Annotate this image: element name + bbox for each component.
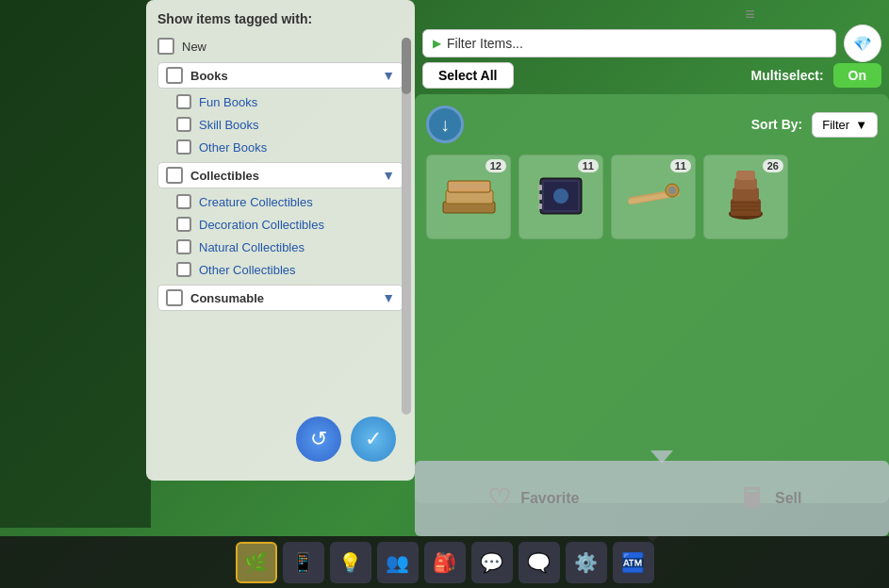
taskbar-leaf-button[interactable]: 🌿 [236,542,277,583]
books-label: Books [190,69,382,83]
sort-bar: ↓ Sort By: Filter ▼ [426,106,878,143]
leaf-icon: 🌿 [244,551,268,574]
svg-rect-21 [736,171,755,180]
item-3-image [620,172,686,223]
taskbar-settings-button[interactable]: ⚙️ [566,542,607,583]
play-icon: ▶ [433,37,441,50]
skill-books-label: Skill Books [199,118,259,132]
people-icon: 👥 [386,551,409,574]
decoration-collectibles-checkbox[interactable] [176,217,191,232]
svg-rect-12 [538,204,542,209]
content-area: ↓ Sort By: Filter ▼ 12 11 [415,94,889,503]
other-books-row[interactable]: Other Books [176,139,403,155]
new-row[interactable]: New [157,38,403,55]
phone-icon: 📱 [291,551,315,574]
item-1[interactable]: 12 [426,155,511,239]
filter-panel-title: Show items tagged with: [157,11,403,26]
collectibles-checkbox[interactable] [166,167,183,184]
skill-books-checkbox[interactable] [176,117,191,132]
svg-point-9 [553,188,568,204]
item-3-badge: 11 [670,159,691,172]
collectibles-label: Collectibles [190,169,382,183]
decoration-collectibles-row[interactable]: Decoration Collectibles [176,217,403,232]
scroll-down-button[interactable]: ↓ [426,106,464,143]
left-panel [0,0,151,528]
item-2-image [528,172,594,223]
sell-icon: 🖩 [739,483,766,514]
taskbar-bulb-button[interactable]: 💡 [330,542,371,583]
item-2[interactable]: 11 [519,155,603,239]
chat-icon: 🗨️ [527,551,551,574]
select-bar: Select All Multiselect: On [415,58,889,92]
taskbar-chat-button[interactable]: 🗨️ [519,542,560,583]
settings-icon: ⚙️ [574,551,598,574]
new-checkbox[interactable] [157,38,174,55]
select-all-button[interactable]: Select All [422,62,514,89]
favorite-button[interactable]: ♡ Favorite [415,461,652,536]
action-bar: ♡ Favorite 🖩 Sell [415,461,889,536]
svg-point-16 [668,187,676,194]
item-4-image [713,172,779,223]
natural-collectibles-checkbox[interactable] [176,239,191,254]
svg-rect-11 [538,194,542,200]
consumable-dropdown[interactable]: Consumable ▼ [157,285,403,311]
creature-collectibles-label: Creature Collectibles [199,195,313,209]
scrollbar[interactable] [402,38,411,415]
sort-dropdown-arrow-icon: ▼ [855,118,867,132]
svg-rect-19 [733,188,759,201]
reset-button[interactable]: ↺ [296,416,341,462]
creature-collectibles-row[interactable]: Creature Collectibles [176,194,403,209]
cash-register-icon: 🏧 [621,551,645,574]
books-checkbox[interactable] [166,67,183,84]
other-collectibles-checkbox[interactable] [176,262,191,277]
books-arrow-icon: ▼ [382,68,395,83]
collectibles-dropdown[interactable]: Collectibles ▼ [157,162,403,188]
taskbar-phone-button[interactable]: 📱 [283,542,324,583]
other-books-checkbox[interactable] [176,139,191,155]
filter-items-label: Filter Items... [447,36,523,51]
svg-rect-10 [538,185,542,190]
taskbar-speech-button[interactable]: 💬 [471,542,513,583]
multiselect-toggle[interactable]: On [833,63,881,88]
diamond-button[interactable]: 💎 [844,24,881,62]
speech-icon: 💬 [480,551,503,574]
collectibles-arrow-icon: ▼ [382,168,395,183]
taskbar-cash-button[interactable]: 🏧 [613,542,654,583]
creature-collectibles-checkbox[interactable] [176,194,191,209]
item-3[interactable]: 11 [611,155,696,239]
filter-items-button[interactable]: ▶ Filter Items... [422,29,836,57]
consumable-arrow-icon: ▼ [382,290,395,305]
item-1-image [436,172,502,223]
sort-dropdown[interactable]: Filter ▼ [812,112,878,138]
sell-button[interactable]: 🖩 Sell [652,461,890,536]
item-4[interactable]: 26 [703,155,788,239]
other-collectibles-row[interactable]: Other Collectibles [176,262,403,277]
item-4-badge: 26 [763,159,783,172]
item-grid: 12 11 [426,155,878,239]
natural-collectibles-row[interactable]: Natural Collectibles [176,239,403,254]
consumable-checkbox[interactable] [166,289,183,306]
books-dropdown[interactable]: Books ▼ [157,62,403,89]
decoration-collectibles-label: Decoration Collectibles [199,218,324,232]
taskbar: 🌿 📱 💡 👥 🎒 💬 🗨️ ⚙️ 🏧 [0,536,889,588]
new-label: New [182,40,206,54]
heart-icon: ♡ [487,483,511,514]
bulb-icon: 💡 [338,551,362,574]
fun-books-checkbox[interactable] [176,94,191,109]
taskbar-people-button[interactable]: 👥 [377,542,419,583]
diamond-icon: 💎 [853,35,872,53]
taskbar-bag-button[interactable]: 🎒 [424,542,466,583]
sell-label: Sell [775,490,801,507]
confirm-button[interactable]: ✓ [351,416,396,462]
svg-rect-18 [731,199,761,216]
natural-collectibles-label: Natural Collectibles [199,240,305,254]
svg-rect-3 [448,181,490,192]
fun-books-row[interactable]: Fun Books [176,94,403,109]
action-buttons: ↺ ✓ [296,416,396,462]
filter-panel: Show items tagged with: New Books ▼ Fun … [146,0,415,481]
scrollbar-thumb[interactable] [402,38,411,94]
favorite-label: Favorite [520,490,579,507]
skill-books-row[interactable]: Skill Books [176,117,403,132]
bag-icon: 🎒 [433,551,456,574]
tooltip-arrow [650,450,673,464]
